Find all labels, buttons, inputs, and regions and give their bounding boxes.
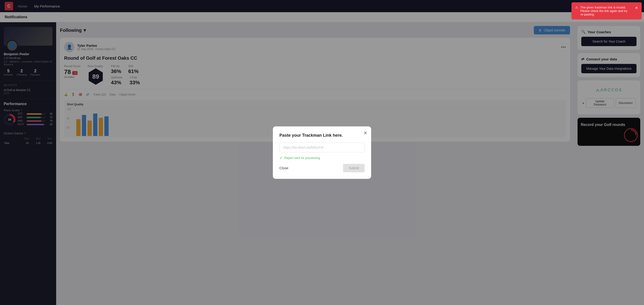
modal-close-x-button[interactable]: ✕ xyxy=(364,130,368,136)
modal-title: Paste your Trackman Link here. xyxy=(280,133,364,138)
modal-submit-button[interactable]: Submit xyxy=(343,164,364,172)
toast-close-button[interactable]: ✕ xyxy=(635,6,638,10)
trackman-link-input[interactable] xyxy=(280,142,364,152)
trackman-modal: Paste your Trackman Link here. ✕ ✓ Repor… xyxy=(273,126,371,179)
modal-close-button[interactable]: Close xyxy=(280,166,288,170)
success-check-icon: ✓ xyxy=(280,156,282,160)
modal-success-message: ✓ Report sent for processing xyxy=(280,156,364,160)
modal-overlay: Paste your Trackman Link here. ✕ ✓ Repor… xyxy=(0,0,644,305)
toast-message: The given trackman link is invalid. Plea… xyxy=(580,6,631,16)
toast-warning-icon: ⚠ xyxy=(575,6,578,9)
modal-footer: Close Submit xyxy=(280,164,364,172)
error-toast: ⚠ The given trackman link is invalid. Pl… xyxy=(572,2,642,20)
